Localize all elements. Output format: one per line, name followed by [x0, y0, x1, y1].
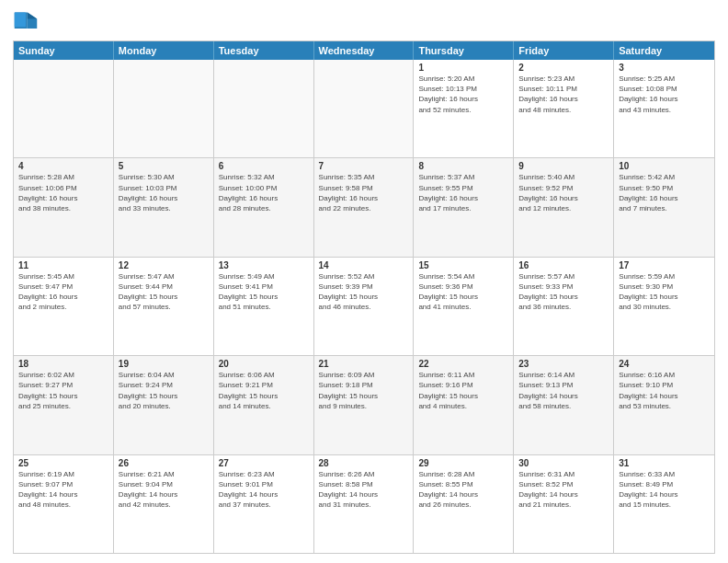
- cell-text: Daylight: 14 hours: [518, 489, 609, 500]
- day-number: 4: [18, 161, 108, 171]
- cell-text: Sunrise: 5:23 AM: [518, 74, 609, 84]
- day-number: 29: [418, 458, 508, 468]
- header: [13, 9, 715, 35]
- cell-text: Sunset: 8:49 PM: [619, 479, 710, 489]
- cell-text: and 9 minutes.: [319, 401, 409, 411]
- cell-text: Sunrise: 6:09 AM: [319, 370, 409, 380]
- cell-text: Sunrise: 5:47 AM: [119, 271, 209, 282]
- day-number: 18: [18, 359, 108, 369]
- cell-text: Daylight: 15 hours: [319, 292, 409, 302]
- calendar-row-1: 1Sunrise: 5:20 AMSunset: 10:13 PMDayligh…: [14, 60, 714, 157]
- cell-text: and 42 minutes.: [119, 500, 209, 510]
- cell-text: Sunset: 8:52 PM: [518, 479, 609, 489]
- cell-text: Sunrise: 5:59 AM: [619, 271, 710, 282]
- cell-text: Daylight: 16 hours: [619, 94, 710, 104]
- cell-text: and 26 minutes.: [418, 500, 508, 510]
- cell-text: Sunset: 10:08 PM: [619, 84, 710, 94]
- cell-text: Sunrise: 5:28 AM: [18, 172, 108, 182]
- day-number: 23: [518, 359, 609, 369]
- cell-text: and 25 minutes.: [18, 401, 108, 411]
- cell-text: Sunset: 9:52 PM: [518, 183, 609, 193]
- cell-text: Sunrise: 5:35 AM: [319, 172, 409, 182]
- cell-text: Daylight: 14 hours: [119, 489, 209, 500]
- cell-text: and 12 minutes.: [518, 203, 609, 213]
- cell-text: Daylight: 15 hours: [619, 292, 710, 302]
- cell-text: Daylight: 14 hours: [319, 489, 409, 500]
- cell-text: and 22 minutes.: [319, 203, 409, 213]
- calendar-cell: 18Sunrise: 6:02 AMSunset: 9:27 PMDayligh…: [14, 356, 114, 454]
- cell-text: Sunrise: 6:19 AM: [18, 469, 108, 479]
- cell-text: Sunrise: 6:11 AM: [418, 370, 508, 380]
- day-number: 26: [119, 458, 209, 468]
- cell-text: Daylight: 14 hours: [18, 489, 108, 500]
- day-number: 19: [119, 359, 209, 369]
- calendar-row-3: 11Sunrise: 5:45 AMSunset: 9:47 PMDayligh…: [14, 257, 714, 355]
- cell-text: Sunrise: 5:25 AM: [619, 74, 710, 84]
- cell-text: Daylight: 14 hours: [518, 391, 609, 401]
- cell-text: Sunset: 9:33 PM: [518, 282, 609, 292]
- cell-text: Daylight: 16 hours: [18, 292, 108, 302]
- calendar-body: 1Sunrise: 5:20 AMSunset: 10:13 PMDayligh…: [14, 60, 714, 553]
- calendar-row-5: 25Sunrise: 6:19 AMSunset: 9:07 PMDayligh…: [14, 454, 714, 553]
- calendar-cell: 25Sunrise: 6:19 AMSunset: 9:07 PMDayligh…: [14, 455, 114, 553]
- calendar-cell: 16Sunrise: 5:57 AMSunset: 9:33 PMDayligh…: [514, 258, 614, 355]
- cell-text: Daylight: 16 hours: [518, 94, 609, 104]
- day-number: 30: [518, 458, 609, 468]
- cell-text: and 38 minutes.: [18, 203, 108, 213]
- day-number: 17: [619, 260, 710, 270]
- cell-text: Daylight: 16 hours: [219, 193, 309, 203]
- cell-text: and 7 minutes.: [619, 203, 710, 213]
- calendar-cell: 23Sunrise: 6:14 AMSunset: 9:13 PMDayligh…: [514, 356, 614, 454]
- calendar-cell: 27Sunrise: 6:23 AMSunset: 9:01 PMDayligh…: [214, 455, 314, 553]
- cell-text: and 51 minutes.: [219, 302, 309, 312]
- day-header-tuesday: Tuesday: [214, 41, 314, 60]
- calendar: SundayMondayTuesdayWednesdayThursdayFrid…: [13, 40, 715, 554]
- calendar-cell: 22Sunrise: 6:11 AMSunset: 9:16 PMDayligh…: [414, 356, 514, 454]
- cell-text: Sunset: 9:47 PM: [18, 282, 108, 292]
- cell-text: Sunset: 10:11 PM: [518, 84, 609, 94]
- cell-text: Daylight: 15 hours: [319, 391, 409, 401]
- cell-text: Sunrise: 5:37 AM: [418, 172, 508, 182]
- calendar-cell: 30Sunrise: 6:31 AMSunset: 8:52 PMDayligh…: [514, 455, 614, 553]
- cell-text: Daylight: 15 hours: [18, 391, 108, 401]
- cell-text: Sunrise: 5:54 AM: [418, 271, 508, 282]
- cell-text: Daylight: 14 hours: [619, 391, 710, 401]
- cell-text: and 15 minutes.: [619, 500, 710, 510]
- cell-text: and 48 minutes.: [518, 105, 609, 115]
- cell-text: Daylight: 16 hours: [619, 193, 710, 203]
- day-number: 13: [219, 260, 309, 270]
- calendar-cell: [214, 60, 314, 157]
- cell-text: and 33 minutes.: [119, 203, 209, 213]
- calendar-cell: 28Sunrise: 6:26 AMSunset: 8:58 PMDayligh…: [314, 455, 415, 553]
- calendar-cell: 2Sunrise: 5:23 AMSunset: 10:11 PMDayligh…: [514, 60, 614, 157]
- page: SundayMondayTuesdayWednesdayThursdayFrid…: [0, 0, 728, 563]
- cell-text: Sunrise: 5:57 AM: [518, 271, 609, 282]
- cell-text: Daylight: 15 hours: [219, 292, 309, 302]
- calendar-cell: 10Sunrise: 5:42 AMSunset: 9:50 PMDayligh…: [614, 158, 714, 256]
- cell-text: Sunset: 10:03 PM: [119, 183, 209, 193]
- calendar-cell: 31Sunrise: 6:33 AMSunset: 8:49 PMDayligh…: [614, 455, 714, 553]
- cell-text: and 2 minutes.: [18, 302, 108, 312]
- cell-text: Sunset: 8:55 PM: [418, 479, 508, 489]
- cell-text: Daylight: 16 hours: [319, 193, 409, 203]
- day-number: 8: [418, 161, 508, 171]
- cell-text: Sunset: 9:39 PM: [319, 282, 409, 292]
- cell-text: Daylight: 15 hours: [418, 391, 508, 401]
- day-number: 14: [319, 260, 409, 270]
- cell-text: and 58 minutes.: [518, 401, 609, 411]
- cell-text: Sunrise: 6:04 AM: [119, 370, 209, 380]
- cell-text: Sunrise: 6:33 AM: [619, 469, 710, 479]
- cell-text: Sunset: 9:07 PM: [18, 479, 108, 489]
- cell-text: and 28 minutes.: [219, 203, 309, 213]
- cell-text: Sunset: 9:30 PM: [619, 282, 710, 292]
- calendar-cell: 9Sunrise: 5:40 AMSunset: 9:52 PMDaylight…: [514, 158, 614, 256]
- cell-text: Sunset: 9:10 PM: [619, 380, 710, 390]
- cell-text: Sunrise: 5:30 AM: [119, 172, 209, 182]
- cell-text: Sunrise: 5:20 AM: [418, 74, 508, 84]
- day-header-saturday: Saturday: [614, 41, 714, 60]
- day-number: 31: [619, 458, 710, 468]
- cell-text: Sunrise: 6:28 AM: [418, 469, 508, 479]
- calendar-cell: 11Sunrise: 5:45 AMSunset: 9:47 PMDayligh…: [14, 258, 114, 355]
- cell-text: Sunrise: 6:26 AM: [319, 469, 409, 479]
- calendar-cell: 1Sunrise: 5:20 AMSunset: 10:13 PMDayligh…: [414, 60, 514, 157]
